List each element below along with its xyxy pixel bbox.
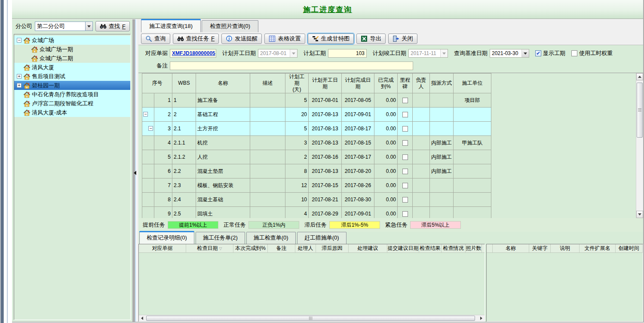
column-header-label: 滞后原因 [322,245,343,252]
attachment-header: 名称关键字说明文件扩展名创建时间 [487,244,643,253]
column-header[interactable]: 照片数 [466,244,482,252]
column-header[interactable]: 检查结果 [419,244,442,252]
milestone-checkbox[interactable] [402,169,408,174]
name-cell: 施工准备 [196,93,250,108]
vscrollbar-thumb[interactable] [637,83,643,138]
query-base-dropdown-button[interactable] [521,49,529,57]
column-header[interactable]: 计划完成日期 [342,74,374,93]
tree-indent-cell [142,150,154,164]
column-header[interactable]: 序号 [142,74,172,93]
column-header[interactable]: 处理建议 [349,244,387,252]
task-row[interactable]: 52.1.2人挖22017-08-162017-08-170.00内部施工 [142,150,491,164]
use-work-weight-checkbox[interactable] [571,50,577,56]
branch-select[interactable]: 第二分公司 [35,22,93,31]
column-header[interactable]: 文件扩展名 [580,244,615,252]
main-tab[interactable]: 检查照片查询(0) [202,20,258,32]
column-header[interactable]: 描述 [250,74,285,93]
task-row[interactable]: −32.1土方开挖52017-08-132017-08-170.00 [142,122,491,136]
collapse-icon[interactable]: − [143,112,148,117]
tree-item[interactable]: 中石化青岛疗养院改造项目 [14,90,130,99]
task-row[interactable]: 42.1.1机挖32017-08-132017-08-150.00内部施工甲施工… [142,136,491,150]
show-duration-checkbox[interactable]: ✔ [535,50,541,56]
excel-button[interactable]: 导出 [356,34,386,44]
bottom-tab[interactable]: 赶工措施单(0) [297,232,347,244]
query-base-date-select[interactable]: 2021-03-30 [490,49,529,58]
column-header[interactable]: 里程 碑 [398,74,413,93]
tree-item[interactable]: +售后项目测试 [14,72,130,81]
tree-item[interactable]: 卢浮宫二期段智能化工程 [14,99,130,108]
milestone-checkbox[interactable] [402,197,408,203]
sidebar-splitter[interactable] [132,19,138,322]
check-record-hscrollbar[interactable] [139,315,485,321]
exit-button[interactable]: 关闭 [388,34,417,44]
column-header[interactable]: 关键字 [529,244,551,252]
column-header[interactable]: 指派方式 [430,74,454,93]
milestone-checkbox[interactable] [402,112,408,117]
task-table-vscrollbar[interactable] [636,73,643,218]
milestone-checkbox[interactable] [402,140,408,146]
task-row[interactable]: 11施工准备52017-08-012017-08-050.00项目部 [142,93,491,108]
column-header[interactable]: 检查情况 [442,244,466,252]
task-row[interactable]: 92.5回填土42017-08-292017-09-010.00 [142,207,491,218]
tree-item[interactable]: +碧桂园一期 [14,81,130,90]
column-header[interactable]: 检查日期▽ [186,244,233,252]
milestone-checkbox[interactable] [402,154,408,160]
task-row[interactable]: 72.3模板、钢筋安装122017-08-152017-08-260.00 [142,178,491,193]
column-header[interactable]: 对应单据 [139,244,186,252]
column-header[interactable]: 提交建议日期 [387,244,419,252]
column-header[interactable]: 滞后原因 [316,244,349,252]
method-cell [430,207,454,218]
tree-item[interactable]: −众城广场 [14,36,130,45]
days-cell: 5 [285,93,309,108]
tree-item[interactable]: 众城广场一期 [14,45,130,54]
legend-label: 提前任务 [143,221,165,229]
collapse-icon[interactable]: − [17,38,21,43]
collapse-sidebar-icon[interactable] [134,171,136,175]
expand-icon[interactable]: + [17,83,21,88]
bottom-tab[interactable]: 检查记录明细(0) [139,232,194,244]
column-header[interactable]: 处理人 [295,244,316,252]
find-project-button[interactable]: 查找F [95,21,130,31]
column-header[interactable]: WBS [172,74,196,93]
gantt-button[interactable]: 生成甘特图 [308,34,354,44]
search-button[interactable]: 查询 [141,34,170,44]
remark-input[interactable] [170,62,413,70]
column-header[interactable]: 本次完成到% [233,244,268,252]
task-row[interactable]: 82.4混凝土基础102017-08-212017-08-300.00 [142,193,491,207]
main-tab[interactable]: 施工进度查询(18) [141,20,201,32]
expand-icon[interactable]: + [17,74,21,79]
milestone-checkbox[interactable] [402,183,408,188]
task-row[interactable]: −22基础工程202017-08-132017-09-010.00 [142,108,491,122]
milestone-checkbox[interactable] [402,126,408,132]
bottom-tab[interactable]: 施工任务单(2) [196,232,245,244]
tree-item[interactable]: 清风大厦-成本 [14,108,130,117]
collapse-icon[interactable]: − [148,126,153,131]
scroll-up-button[interactable] [636,73,643,80]
tree-item[interactable]: 清风大厦 [14,63,130,72]
table-settings-button[interactable]: 表格设置 [264,34,305,44]
column-header[interactable]: 创建时间 [616,244,643,252]
info-button[interactable]: 发送提醒 [221,34,262,44]
tree-item[interactable]: 众城广场二期 [14,54,130,63]
column-header[interactable]: 说明 [551,244,580,252]
hscrollbar-thumb[interactable] [146,316,475,321]
scroll-right-button[interactable] [478,315,485,321]
scroll-left-button[interactable] [139,315,145,321]
milestone-checkbox[interactable] [402,98,408,103]
scroll-down-button[interactable] [636,211,643,218]
column-header[interactable]: 名称 [196,74,250,93]
column-header[interactable]: 已完成 到% [374,74,398,93]
column-header[interactable]: 备注 [268,244,295,252]
bottom-tab[interactable]: 施工检查单(0) [246,232,296,244]
doc-link[interactable]: XMFJD180000005 [172,50,215,56]
column-header[interactable]: 负责人 [413,74,430,93]
binoculars-button[interactable]: 查找任务F [173,34,219,44]
column-header[interactable]: 名称 [493,244,529,252]
branch-select-dropdown-button[interactable] [85,22,92,31]
milestone-checkbox[interactable] [402,211,408,217]
column-header[interactable]: 施工单位 [454,74,491,93]
task-row[interactable]: 62.2混凝土垫层82017-08-132017-08-200.00内部施工 [142,164,491,178]
main-tab-label: 施工进度查询(18) [149,23,193,29]
column-header[interactable]: 计划工期 (天) [285,74,309,93]
column-header[interactable]: 计划开工日期 [309,74,342,93]
